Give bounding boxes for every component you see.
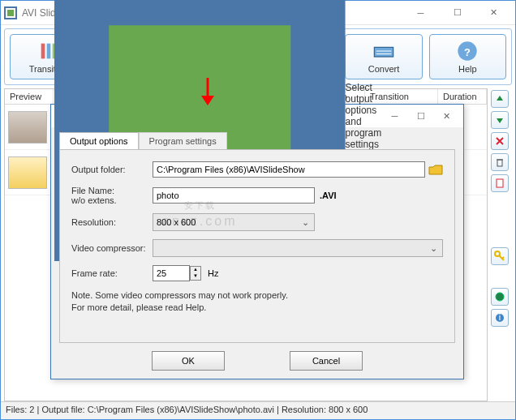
status-bar: Files: 2 | Output file: C:\Program Files…: [1, 401, 515, 419]
resolution-combo[interactable]: 800 x 600: [153, 213, 315, 231]
close-button[interactable]: ✕: [475, 2, 512, 24]
svg-text:?: ?: [464, 46, 471, 58]
hz-label: Hz: [208, 268, 218, 278]
dialog-tabs: Output options Program settings: [51, 127, 463, 149]
tab-output-options[interactable]: Output options: [59, 132, 139, 149]
options-dialog: Select output options and program settin…: [50, 104, 464, 379]
svg-rect-10: [374, 47, 393, 57]
dialog-close-button[interactable]: ✕: [434, 105, 460, 127]
annotation-arrow: [198, 78, 217, 110]
framerate-spinner[interactable]: ▲▼: [190, 266, 201, 281]
trash-icon: [495, 157, 505, 167]
browse-folder-button[interactable]: [428, 164, 443, 175]
svg-text:i: i: [499, 313, 501, 322]
app-icon: [4, 6, 17, 19]
framerate-input[interactable]: [153, 265, 190, 281]
svg-rect-15: [497, 179, 503, 187]
help-button[interactable]: ? Help: [429, 34, 506, 79]
minimize-button[interactable]: ─: [402, 2, 439, 24]
compressor-combo[interactable]: [153, 239, 443, 257]
globe-icon: [495, 292, 505, 302]
x-icon: [495, 136, 505, 146]
globe-button[interactable]: [491, 288, 509, 306]
thumbnail: [8, 111, 47, 144]
move-up-button[interactable]: [491, 90, 509, 108]
move-down-button[interactable]: [491, 111, 509, 129]
filename-label: File Name:w/o extens.: [71, 186, 153, 205]
dialog-buttons: OK Cancel: [51, 343, 463, 379]
cancel-button[interactable]: Cancel: [290, 351, 363, 371]
svg-rect-3: [41, 44, 45, 59]
page-icon: [495, 178, 505, 188]
remove-button[interactable]: [491, 132, 509, 150]
about-button[interactable]: i: [491, 309, 509, 327]
resolution-label: Resolution:: [71, 217, 153, 227]
svg-rect-4: [46, 44, 50, 59]
arrow-down-icon: [495, 115, 505, 125]
svg-rect-14: [497, 160, 502, 166]
output-folder-label: Output folder:: [71, 165, 153, 174]
convert-icon: [372, 40, 395, 62]
filename-input[interactable]: [153, 187, 315, 204]
clear-button[interactable]: [491, 153, 509, 171]
info-icon: i: [495, 313, 505, 323]
arrow-up-icon: [495, 94, 505, 104]
tab-body: Output folder: File Name:w/o extens. .AV…: [59, 149, 455, 343]
ok-button[interactable]: OK: [152, 351, 225, 371]
framerate-label: Frame rate:: [71, 268, 153, 278]
key-icon: [494, 251, 505, 262]
compressor-label: Video compressor:: [71, 243, 153, 253]
properties-button[interactable]: [491, 174, 509, 192]
convert-button[interactable]: Convert: [345, 34, 422, 79]
help-icon: ?: [456, 40, 479, 62]
col-duration2[interactable]: Duration: [438, 89, 487, 104]
dialog-minimize-button[interactable]: ─: [381, 105, 407, 127]
key-button[interactable]: [491, 247, 509, 265]
tab-program-settings[interactable]: Program settings: [139, 132, 227, 149]
maximize-button[interactable]: ☐: [439, 2, 475, 24]
file-extension: .AVI: [320, 191, 337, 200]
dialog-titlebar: Select output options and program settin…: [51, 105, 463, 127]
thumbnail: [8, 156, 47, 189]
col-preview[interactable]: Preview: [5, 89, 54, 104]
note-text: Note. Some video compressors may not wor…: [71, 289, 443, 314]
dialog-maximize-button[interactable]: ☐: [407, 105, 433, 127]
svg-rect-2: [7, 10, 14, 16]
output-folder-input[interactable]: [153, 161, 425, 178]
side-toolbar: i: [488, 88, 512, 401]
